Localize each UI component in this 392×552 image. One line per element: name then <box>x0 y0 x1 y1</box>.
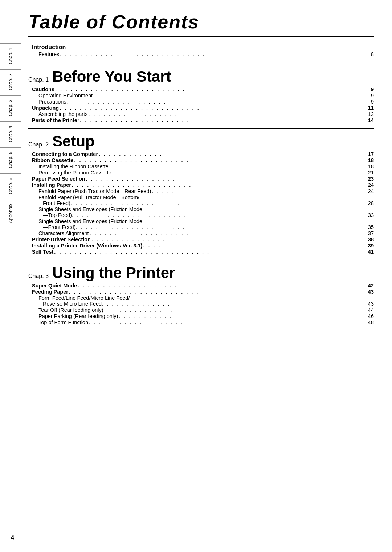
chapter2-heading-row: Chap. 2 Setup <box>28 134 374 149</box>
toc-precautions-dots: . . . . . . . . . . . . . . . . . . . . … <box>67 99 365 105</box>
toc-unpacking-page: 11 <box>365 105 374 111</box>
toc-char-align-label: Characters Alignment <box>38 230 89 236</box>
toc-feeding-paper: Feeding Paper . . . . . . . . . . . . . … <box>32 289 374 295</box>
toc-paper-feed: Paper Feed Selection . . . . . . . . . .… <box>32 176 374 182</box>
intro-features-dots: . . . . . . . . . . . . . . . . . . . . … <box>60 51 365 57</box>
toc-assembling-label: Assembling the parts <box>38 111 87 117</box>
toc-paper-feed-dots: . . . . . . . . . . . . . . . . . . <box>86 176 365 182</box>
toc-fanfold-push: Fanfold Paper (Push Tractor Mode—Rear Fe… <box>32 188 374 194</box>
chapter2-label: Chap. 2 <box>28 141 49 148</box>
toc-cautions-page: 9 <box>365 86 374 92</box>
toc-fanfold-pull-page: 28 <box>365 200 374 206</box>
toc-single-top-dots: . . . . . . . . . . . . . . . . . . . . … <box>72 212 365 218</box>
toc-removing-ribbon-page: 21 <box>365 170 374 176</box>
separator-chap2 <box>28 260 374 260</box>
toc-ribbon-label: Ribbon Cassette <box>32 157 73 163</box>
toc-removing-ribbon-dots: . . . . . . . . . . . . . <box>112 170 365 176</box>
toc-installing-ribbon-page: 18 <box>365 164 374 169</box>
toc-installing-ribbon: Installing the Ribbon Cassette . . . . .… <box>32 164 374 169</box>
separator-chap1 <box>28 128 374 129</box>
toc-char-align-dots: . . . . . . . . . . . . . . . . . . . . <box>90 230 365 236</box>
toc-installing-paper-dots: . . . . . . . . . . . . . . . . . . . . … <box>72 182 365 188</box>
toc-connecting-page: 17 <box>365 151 374 157</box>
toc-super-quiet-label: Super Quiet Mode <box>32 283 77 289</box>
toc-form-feed: Form Feed/Line Feed/Micro Line Feed/ Rev… <box>32 295 374 307</box>
toc-super-quiet: Super Quiet Mode . . . . . . . . . . . .… <box>32 283 374 289</box>
toc-cautions: Cautions . . . . . . . . . . . . . . . .… <box>32 86 374 92</box>
toc-single-front-dots: . . . . . . . . . . . . . . . . . . . . … <box>75 224 365 230</box>
toc-feeding-paper-page: 43 <box>365 289 374 295</box>
toc-paper-parking: Paper Parking (Rear feeding only) . . . … <box>32 313 374 319</box>
toc-fanfold-pull: Fanfold Paper (Pull Tractor Mode—Bottom/… <box>32 194 374 206</box>
toc-top-form-dots: . . . . . . . . . . . . . . . . . . . <box>89 319 365 325</box>
toc-self-test-dots: . . . . . . . . . . . . . . . . . . . . … <box>54 249 365 255</box>
separator-intro <box>28 64 374 64</box>
toc-single-top-line2: —Top Feed) <box>38 212 72 218</box>
toc-parts-printer-page: 14 <box>365 117 374 123</box>
toc-paper-parking-dots: . . . . . . . . . . . <box>119 313 365 319</box>
toc-fanfold-push-page: 24 <box>365 188 374 194</box>
intro-features-label: Features <box>38 51 59 57</box>
toc-assembling-page: 12 <box>365 111 374 117</box>
sidebar-tab-appendix[interactable]: Appendix <box>0 200 21 227</box>
toc-tear-off-dots: . . . . . . . . . . . . . . <box>104 307 365 313</box>
toc-fanfold-push-dots: . . . . . <box>152 188 365 194</box>
intro-features-entry: Features . . . . . . . . . . . . . . . .… <box>32 51 374 57</box>
toc-ribbon: Ribbon Cassette . . . . . . . . . . . . … <box>32 157 374 163</box>
toc-fanfold-push-label: Fanfold Paper (Push Tractor Mode—Rear Fe… <box>38 188 151 194</box>
toc-single-top-page: 33 <box>365 212 374 218</box>
toc-fanfold-pull-line1: Fanfold Paper (Pull Tractor Mode—Bottom/ <box>38 194 139 200</box>
toc-fanfold-pull-dots: . . . . . . . . . . . . . . . . . . . . … <box>70 200 365 206</box>
toc-removing-ribbon-label: Removing the Ribbon Cassette <box>38 170 111 176</box>
intro-heading: Introduction <box>32 44 374 51</box>
toc-installing-paper-label: Installing Paper <box>32 182 71 188</box>
sidebar-tab-chap4[interactable]: Chap. 4 <box>0 122 21 146</box>
toc-self-test-page: 41 <box>365 249 374 255</box>
toc-assembling-dots: . . . . . . . . . . . . . . . . . . <box>88 111 365 117</box>
toc-char-align: Characters Alignment . . . . . . . . . .… <box>32 230 374 236</box>
chapter1-label: Chap. 1 <box>28 77 49 83</box>
toc-single-front: Single Sheets and Envelopes (Friction Mo… <box>32 218 374 230</box>
toc-unpacking: Unpacking . . . . . . . . . . . . . . . … <box>32 105 374 111</box>
sidebar-tab-chap6[interactable]: Chap. 6 <box>0 174 21 198</box>
chapter3-toc: Super Quiet Mode . . . . . . . . . . . .… <box>28 283 374 325</box>
toc-precautions-page: 9 <box>365 99 374 105</box>
toc-top-form: Top of Form Function . . . . . . . . . .… <box>32 319 374 325</box>
toc-super-quiet-page: 42 <box>365 283 374 289</box>
sidebar-tab-chap3[interactable]: Chap. 3 <box>0 96 21 120</box>
toc-installing-ribbon-dots: . . . . . . . . . . . . . <box>109 164 365 169</box>
toc-feeding-paper-dots: . . . . . . . . . . . . . . . . . . . . … <box>69 289 365 295</box>
toc-assembling: Assembling the parts . . . . . . . . . .… <box>32 111 374 117</box>
toc-installing-driver-label: Installing a Printer-Driver (Windows Ver… <box>32 243 142 249</box>
sidebar-tab-chap1[interactable]: Chap. 1 <box>0 44 21 68</box>
toc-printer-driver-sel-page: 38 <box>365 237 374 242</box>
toc-paper-feed-label: Paper Feed Selection <box>32 176 85 182</box>
toc-installing-paper: Installing Paper . . . . . . . . . . . .… <box>32 182 374 188</box>
toc-cautions-dots: . . . . . . . . . . . . . . . . . . . . … <box>55 86 365 92</box>
toc-connecting-label: Connecting to a Computer <box>32 151 98 157</box>
toc-self-test: Self Test . . . . . . . . . . . . . . . … <box>32 249 374 255</box>
toc-installing-driver-dots: . . . . <box>143 243 365 249</box>
toc-precautions: Precautions . . . . . . . . . . . . . . … <box>32 99 374 105</box>
page-title: Table of Contents <box>28 11 374 37</box>
toc-single-front-line1: Single Sheets and Envelopes (Friction Mo… <box>38 218 142 224</box>
toc-connecting-dots: . . . . . . . . . . . . . <box>99 151 365 157</box>
toc-printer-driver-sel: Printer-Driver Selection . . . . . . . .… <box>32 237 374 242</box>
toc-single-front-page: 35 <box>365 224 374 230</box>
toc-tear-off-label: Tear Off (Rear feeding only) <box>38 307 103 313</box>
chapter1-heading-row: Chap. 1 Before You Start <box>28 69 374 84</box>
toc-unpacking-dots: . . . . . . . . . . . . . . . . . . . . … <box>60 105 365 111</box>
sidebar-tab-chap5[interactable]: Chap. 5 <box>0 148 21 172</box>
toc-top-form-label: Top of Form Function <box>38 319 88 325</box>
toc-operating-env: Operating Environment . . . . . . . . . … <box>32 93 374 98</box>
toc-ribbon-page: 18 <box>365 157 374 163</box>
sidebar: Chap. 1 Chap. 2 Chap. 3 Chap. 4 Chap. 5 … <box>0 0 21 552</box>
toc-parts-printer: Parts of the Printer . . . . . . . . . .… <box>32 117 374 123</box>
sidebar-tab-chap2[interactable]: Chap. 2 <box>0 70 21 94</box>
chapter1-title: Before You Start <box>52 69 171 84</box>
chapter3-heading-row: Chap. 3 Using the Printer <box>28 265 374 281</box>
toc-connecting: Connecting to a Computer . . . . . . . .… <box>32 151 374 157</box>
toc-form-feed-page: 43 <box>365 301 374 307</box>
toc-super-quiet-dots: . . . . . . . . . . . . . . . . . . . . <box>78 283 365 289</box>
toc-char-align-page: 37 <box>365 230 374 236</box>
